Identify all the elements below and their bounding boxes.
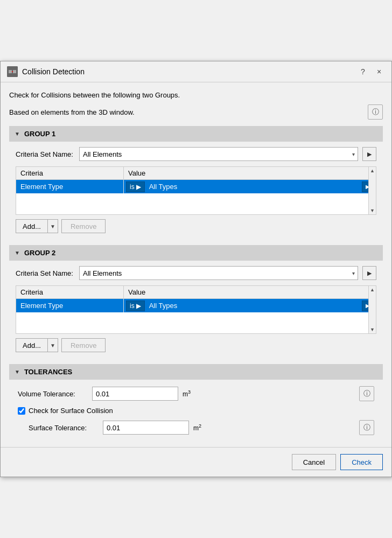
volume-tolerance-input[interactable]	[92, 387, 178, 401]
group1-add-button[interactable]: Add...	[16, 219, 47, 233]
group2-criteria-set-dropdown-wrapper: All Elements ▾	[79, 266, 358, 280]
info-text: Based on elements from the 3D window.	[9, 108, 135, 116]
group1-body: Criteria Set Name: All Elements ▾ ▶ Crit…	[9, 142, 383, 245]
group1-table-body: Element Type is ▶ All Types ▶	[16, 180, 376, 193]
help-button[interactable]: ?	[357, 66, 369, 78]
check-button[interactable]: Check	[340, 454, 383, 470]
group1-row-value: is ▶ All Types ▶	[124, 180, 376, 193]
group2-body: Criteria Set Name: All Elements ▾ ▶ Crit…	[9, 261, 383, 364]
surface-tolerance-input[interactable]	[103, 421, 189, 435]
volume-info-icon: ⓘ	[363, 389, 370, 399]
group1-criteria-set-label: Criteria Set Name:	[16, 150, 75, 158]
tolerances-body: Volume Tolerance: m3 ⓘ Check for Surface…	[9, 380, 383, 447]
group2-title: GROUP 2	[24, 249, 55, 257]
group2-table-header: Criteria Value	[16, 286, 376, 299]
group2-remove-button[interactable]: Remove	[61, 338, 106, 352]
group2-criteria-set-select[interactable]: All Elements	[79, 266, 358, 280]
surface-collision-checkbox-row: Check for Surface Collision	[18, 407, 374, 415]
group2-scroll-down-icon[interactable]: ▼	[370, 327, 375, 332]
info-row: Based on elements from the 3D window. ⓘ	[9, 104, 383, 120]
group2-row-criteria: Element Type	[16, 299, 124, 312]
group1-criteria-set-row: Criteria Set Name: All Elements ▾ ▶	[16, 147, 376, 161]
surface-tolerance-row: Surface Tolerance: m2 ⓘ	[18, 420, 374, 435]
title-bar: Collision Detection ? ×	[1, 61, 391, 82]
info-button[interactable]: ⓘ	[368, 104, 383, 120]
group2-add-remove-row: Add... ▼ Remove	[16, 338, 376, 352]
group2-header: ▼ GROUP 2	[9, 245, 383, 261]
volume-info-button[interactable]: ⓘ	[359, 386, 374, 401]
title-bar-left: Collision Detection	[7, 66, 85, 77]
group1-remove-button[interactable]: Remove	[61, 219, 106, 233]
dialog-footer: Cancel Check	[1, 447, 391, 477]
group1-add-btn-wrapper: Add... ▼	[16, 219, 58, 233]
group1-header: ▼ GROUP 1	[9, 126, 383, 142]
group1-add-dropdown-button[interactable]: ▼	[47, 219, 58, 233]
svg-rect-2	[13, 70, 16, 73]
group1-criteria-set-dropdown-wrapper: All Elements ▾	[79, 147, 358, 161]
group2-col-value-header: Value	[124, 286, 376, 298]
group2-row-value-text: All Types	[147, 302, 360, 310]
group2-criteria-set-row: Criteria Set Name: All Elements ▾ ▶	[16, 266, 376, 280]
group1-col-criteria-header: Criteria	[16, 167, 124, 179]
group1-row-criteria: Element Type	[16, 180, 124, 193]
group1-scroll-down-icon[interactable]: ▼	[370, 208, 375, 213]
group2-criteria-set-nav-button[interactable]: ▶	[362, 266, 376, 280]
dialog-title: Collision Detection	[22, 67, 85, 76]
volume-tolerance-row: Volume Tolerance: m3 ⓘ	[18, 386, 374, 401]
group2-operator-arrow-icon: ▶	[136, 302, 141, 310]
surface-info-icon: ⓘ	[363, 423, 370, 432]
tolerances-title: TOLERANCES	[24, 368, 72, 376]
collision-detection-dialog: Collision Detection ? × Check for Collis…	[0, 61, 392, 477]
group1-nav-arrow-icon: ▶	[367, 151, 372, 158]
app-icon	[7, 66, 18, 77]
surface-collision-label: Check for Surface Collision	[29, 407, 113, 415]
group1-operator-button[interactable]: is ▶	[126, 181, 145, 192]
group1-operator-arrow-icon: ▶	[136, 183, 141, 191]
group2-scrollbar: ▲ ▼	[368, 286, 376, 333]
group1-criteria-set-select[interactable]: All Elements	[79, 147, 358, 161]
group1-table-row[interactable]: Element Type is ▶ All Types ▶	[16, 180, 376, 193]
group2-collapse-arrow[interactable]: ▼	[15, 250, 20, 256]
group1-add-remove-row: Add... ▼ Remove	[16, 219, 376, 233]
cancel-button[interactable]: Cancel	[292, 454, 336, 470]
volume-tolerance-label: Volume Tolerance:	[18, 390, 88, 398]
description-text: Check for Collisions between the followi…	[9, 91, 383, 99]
surface-info-button[interactable]: ⓘ	[359, 420, 374, 435]
group2-table-body: Element Type is ▶ All Types ▶	[16, 299, 376, 312]
group1-criteria-table: Criteria Value Element Type is ▶ All Typ…	[16, 166, 376, 215]
tolerances-collapse-arrow[interactable]: ▼	[15, 369, 20, 375]
group1-operator-text: is	[130, 183, 135, 191]
group2-add-button[interactable]: Add...	[16, 338, 47, 352]
group2-row-value: is ▶ All Types ▶	[124, 299, 376, 312]
group1-add-dropdown-arrow-icon: ▼	[50, 223, 55, 229]
group2-add-dropdown-button[interactable]: ▼	[47, 338, 58, 352]
volume-unit-text: m3	[183, 389, 191, 398]
group1-row-value-text: All Types	[147, 183, 360, 191]
group1-table-header: Criteria Value	[16, 167, 376, 180]
group2-scroll-up-icon[interactable]: ▲	[370, 287, 375, 292]
group2-add-btn-wrapper: Add... ▼	[16, 338, 58, 352]
group1-col-value-header: Value	[124, 167, 376, 179]
group2-table-row[interactable]: Element Type is ▶ All Types ▶	[16, 299, 376, 312]
info-icon: ⓘ	[372, 107, 379, 117]
dialog-content: Check for Collisions between the followi…	[1, 82, 391, 447]
group1-scrollbar: ▲ ▼	[368, 167, 376, 214]
group2-col-criteria-header: Criteria	[16, 286, 124, 298]
group2-operator-text: is	[130, 302, 135, 310]
group1-collapse-arrow[interactable]: ▼	[15, 131, 20, 137]
svg-rect-1	[9, 70, 12, 73]
close-button[interactable]: ×	[373, 66, 385, 78]
group2-nav-arrow-icon: ▶	[367, 270, 372, 277]
group2-criteria-set-label: Criteria Set Name:	[16, 269, 75, 277]
group2-criteria-table: Criteria Value Element Type is ▶ All Typ…	[16, 285, 376, 334]
group1-criteria-set-nav-button[interactable]: ▶	[362, 147, 376, 161]
surface-tolerance-label: Surface Tolerance:	[29, 424, 99, 432]
group2-add-dropdown-arrow-icon: ▼	[50, 343, 55, 348]
group1-title: GROUP 1	[24, 130, 55, 138]
group2-operator-button[interactable]: is ▶	[126, 301, 145, 311]
surface-collision-checkbox[interactable]	[18, 407, 25, 415]
tolerances-header: ▼ TOLERANCES	[9, 364, 383, 380]
group1-scroll-up-icon[interactable]: ▲	[370, 168, 375, 173]
surface-unit-text: m2	[193, 423, 201, 432]
title-bar-controls: ? ×	[357, 66, 385, 78]
